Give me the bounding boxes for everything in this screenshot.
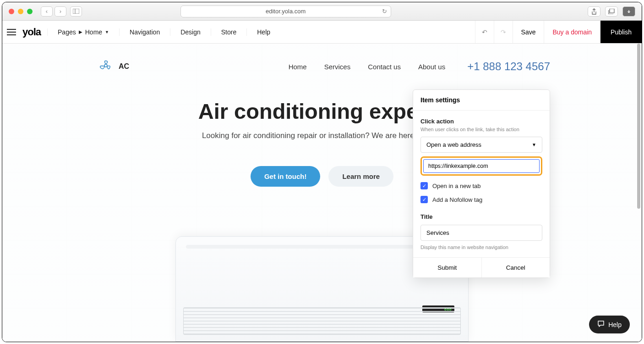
open-new-tab-checkbox[interactable]: ✓	[420, 182, 428, 189]
address-bar[interactable]: editor.yola.com ↻	[180, 6, 391, 17]
submit-button[interactable]: Submit	[413, 258, 482, 277]
title-label: Title	[420, 213, 542, 220]
url-input[interactable]	[423, 159, 540, 173]
title-input[interactable]	[420, 225, 542, 241]
refresh-icon[interactable]: ↻	[382, 8, 387, 15]
item-settings-panel: Item settings Click action When user cli…	[413, 89, 550, 278]
site-logo-text: AC	[119, 62, 129, 71]
nav-store[interactable]: Store	[211, 28, 246, 36]
save-button[interactable]: Save	[513, 21, 544, 43]
pages-dropdown[interactable]: Pages ▶ Home ▼	[47, 28, 119, 36]
click-action-label: Click action	[420, 118, 542, 125]
title-help: Display this name in website navigation	[420, 244, 542, 250]
url-input-highlight	[420, 156, 542, 176]
svg-rect-0	[73, 9, 79, 14]
nofollow-label: Add a Nofollow tag	[432, 196, 482, 203]
share-icon[interactable]	[588, 6, 600, 17]
maximize-window[interactable]	[27, 9, 33, 14]
panel-title: Item settings	[413, 90, 550, 111]
download-icon[interactable]	[622, 6, 635, 17]
nofollow-checkbox[interactable]: ✓	[420, 196, 428, 203]
publish-button[interactable]: Publish	[600, 21, 642, 43]
sidebar-toggle[interactable]	[70, 6, 82, 17]
cta-primary-button[interactable]: Get in touch!	[251, 166, 321, 187]
editor-toolbar: yola Pages ▶ Home ▼ Navigation Design St…	[2, 21, 642, 44]
phone-number[interactable]: +1 888 123 4567	[467, 60, 550, 73]
menu-icon[interactable]	[2, 29, 21, 35]
site-navigation: Home Services Contact us About us	[289, 63, 445, 71]
nav-navigation[interactable]: Navigation	[119, 28, 170, 36]
nav-link-home[interactable]: Home	[289, 63, 307, 71]
yola-logo[interactable]: yola	[21, 26, 47, 38]
cancel-button[interactable]: Cancel	[482, 258, 550, 277]
fan-icon	[98, 58, 113, 75]
undo-button[interactable]: ↶	[475, 21, 494, 43]
click-action-help: When user clicks on the link, take this …	[420, 127, 542, 132]
nav-link-contact[interactable]: Contact us	[368, 63, 401, 71]
close-window[interactable]	[9, 9, 14, 14]
site-header: AC Home Services Contact us About us +1 …	[2, 44, 642, 75]
minimize-window[interactable]	[18, 9, 23, 14]
buy-domain-button[interactable]: Buy a domain	[544, 21, 600, 43]
nav-link-about[interactable]: About us	[418, 63, 445, 71]
url-text: editor.yola.com	[266, 8, 306, 15]
help-widget[interactable]: Help	[589, 316, 630, 333]
nav-link-services[interactable]: Services	[324, 63, 351, 71]
open-new-tab-label: Open in a new tab	[432, 183, 481, 189]
back-button[interactable]: ‹	[41, 6, 53, 17]
svg-rect-2	[610, 9, 614, 13]
click-action-select[interactable]: Open a web address ▼	[420, 137, 542, 153]
tabs-icon[interactable]	[605, 6, 618, 17]
forward-button[interactable]: ›	[55, 6, 66, 17]
redo-button[interactable]: ↷	[494, 21, 513, 43]
nav-design[interactable]: Design	[170, 28, 211, 36]
cta-secondary-button[interactable]: Learn more	[328, 166, 393, 187]
chat-icon	[597, 320, 605, 329]
window-controls	[9, 9, 33, 14]
nav-help[interactable]: Help	[246, 28, 280, 36]
site-logo[interactable]: AC	[98, 58, 129, 75]
chevron-down-icon: ▼	[532, 142, 536, 147]
browser-chrome: ‹ › editor.yola.com ↻	[2, 2, 642, 21]
